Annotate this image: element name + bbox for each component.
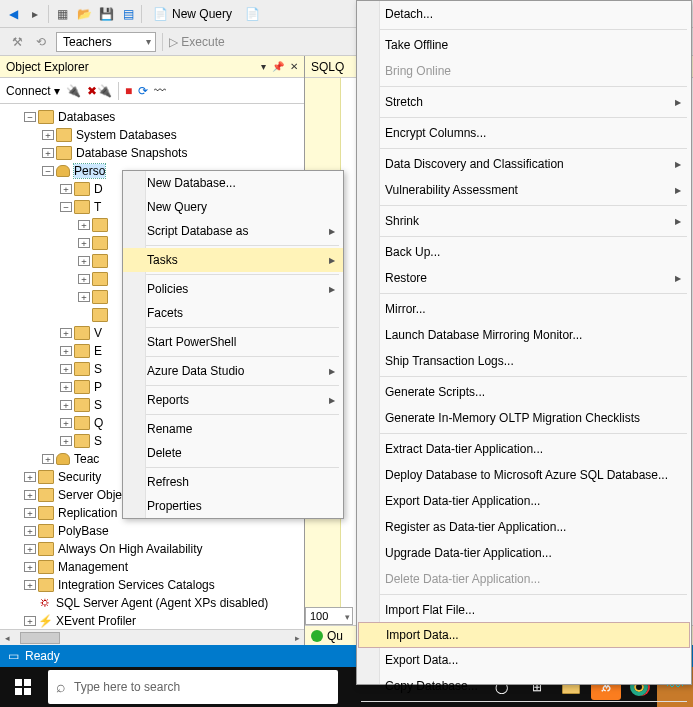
saveall-icon[interactable]: ▤	[119, 5, 137, 23]
menu-item[interactable]: Detach...	[357, 1, 691, 27]
menu-item: Bring Online	[357, 58, 691, 84]
menu-item[interactable]: Start PowerShell	[123, 330, 343, 354]
activity-icon[interactable]: 〰	[154, 84, 166, 98]
tasks-submenu: Detach...Take OfflineBring OnlineStretch…	[356, 0, 692, 685]
pin-icon[interactable]: 📌	[272, 61, 284, 72]
filter2-icon[interactable]: ✖🔌	[87, 84, 112, 98]
stop-icon[interactable]: ■	[125, 84, 132, 98]
isc-node[interactable]: +Integration Services Catalogs	[2, 576, 302, 594]
menu-item[interactable]: New Database...	[123, 171, 343, 195]
taskbar-search[interactable]: ⌕ Type here to search	[48, 670, 338, 704]
aoha-node[interactable]: +Always On High Availability	[2, 540, 302, 558]
menu-item[interactable]: Restore▶	[357, 265, 691, 291]
menu-item[interactable]: Launch Database Mirroring Monitor...	[357, 322, 691, 348]
menu-item[interactable]: Upgrade Data-tier Application...	[357, 540, 691, 566]
xevent-node[interactable]: +⚡XEvent Profiler	[2, 612, 302, 630]
menu-item[interactable]: Mirror...	[357, 296, 691, 322]
menu-item[interactable]: Copy Database...	[357, 673, 691, 699]
management-node[interactable]: +Management	[2, 558, 302, 576]
agent-node[interactable]: ⛭SQL Server Agent (Agent XPs disabled)	[2, 594, 302, 612]
save-icon[interactable]: 💾	[97, 5, 115, 23]
menu-item[interactable]: Import Flat File...	[357, 597, 691, 623]
more-icon[interactable]: 📄	[243, 5, 261, 23]
query-icon: 📄	[153, 7, 168, 21]
menu-item[interactable]: Generate Scripts...	[357, 379, 691, 405]
tool-icon[interactable]: ⚒	[8, 33, 26, 51]
menu-item[interactable]: Properties	[123, 494, 343, 518]
menu-item[interactable]: Delete	[123, 441, 343, 465]
connect-button[interactable]: Connect ▾	[6, 84, 60, 98]
menu-item[interactable]: Tasks▶	[123, 248, 343, 272]
h-scrollbar[interactable]: ◂▸	[0, 629, 304, 645]
refresh-icon[interactable]: ⟳	[138, 84, 148, 98]
menu-item[interactable]: Data Discovery and Classification▶	[357, 151, 691, 177]
menu-item[interactable]: Register as Data-tier Application...	[357, 514, 691, 540]
menu-item[interactable]: Import Data...	[358, 622, 690, 648]
forward-icon[interactable]: ▸	[26, 5, 44, 23]
menu-item[interactable]: Export Data...	[357, 647, 691, 673]
menu-item[interactable]: Ship Transaction Logs...	[357, 348, 691, 374]
menu-item[interactable]: Vulnerability Assessment▶	[357, 177, 691, 203]
status-text: Qu	[327, 629, 343, 643]
dropdown-icon[interactable]: ▾	[261, 61, 266, 72]
window-icon: ▭	[8, 649, 19, 663]
menu-item[interactable]: Stretch▶	[357, 89, 691, 115]
tool2-icon[interactable]: ⟲	[32, 33, 50, 51]
system-databases-node[interactable]: +System Databases	[2, 126, 302, 144]
menu-item[interactable]: Export Data-tier Application...	[357, 488, 691, 514]
menu-item[interactable]: Script Database as▶	[123, 219, 343, 243]
menu-item[interactable]: Generate In-Memory OLTP Migration Checkl…	[357, 405, 691, 431]
db-context-menu: New Database...New QueryScript Database …	[122, 170, 344, 519]
start-button[interactable]	[0, 667, 46, 707]
open-icon[interactable]: 📂	[75, 5, 93, 23]
menu-item[interactable]: Reports▶	[123, 388, 343, 412]
database-snapshots-node[interactable]: +Database Snapshots	[2, 144, 302, 162]
menu-item[interactable]: Take Offline	[357, 32, 691, 58]
menu-item[interactable]: Shrink▶	[357, 208, 691, 234]
close-icon[interactable]: ✕	[290, 61, 298, 72]
filter-icon[interactable]: 🔌	[66, 84, 81, 98]
new-project-icon[interactable]: ▦	[53, 5, 71, 23]
menu-item[interactable]: Azure Data Studio▶	[123, 359, 343, 383]
menu-item[interactable]: Rename	[123, 417, 343, 441]
menu-item[interactable]: Policies▶	[123, 277, 343, 301]
databases-node[interactable]: −Databases	[2, 108, 302, 126]
menu-item[interactable]: Refresh	[123, 470, 343, 494]
search-icon: ⌕	[56, 678, 66, 696]
menu-item[interactable]: Extract Data-tier Application...	[357, 436, 691, 462]
menu-item[interactable]: Encrypt Columns...	[357, 120, 691, 146]
menu-item: Delete Data-tier Application...	[357, 566, 691, 592]
back-icon[interactable]: ◀	[4, 5, 22, 23]
panel-title: Object Explorer ▾ 📌 ✕	[0, 56, 304, 78]
menu-item[interactable]: Back Up...	[357, 239, 691, 265]
ready-text: Ready	[25, 649, 60, 663]
new-query-button[interactable]: 📄 New Query	[146, 5, 239, 23]
db-combo[interactable]: Teachers	[56, 32, 156, 52]
polybase-node[interactable]: +PolyBase	[2, 522, 302, 540]
panel-toolbar: Connect ▾ 🔌 ✖🔌 ■ ⟳ 〰	[0, 78, 304, 104]
zoom-combo[interactable]: 100 %	[305, 607, 353, 625]
menu-item[interactable]: Facets	[123, 301, 343, 325]
menu-item[interactable]: Deploy Database to Microsoft Azure SQL D…	[357, 462, 691, 488]
menu-item[interactable]: New Query	[123, 195, 343, 219]
execute-button[interactable]: ▷ Execute	[169, 35, 225, 49]
